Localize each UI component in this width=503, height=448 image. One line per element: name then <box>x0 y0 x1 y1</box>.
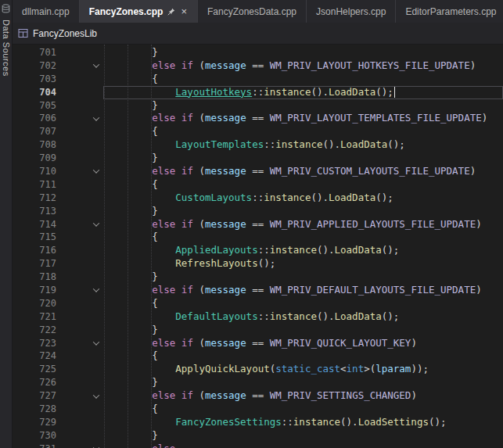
code-line[interactable]: 724 { <box>13 349 503 363</box>
code-line[interactable]: 708 LayoutTemplates::instance().LoadData… <box>13 138 503 152</box>
code-line[interactable]: 723 else if (message == WM_PRIV_QUICK_LA… <box>13 337 503 350</box>
code-line[interactable]: 706 else if (message == WM_PRIV_LAYOUT_T… <box>13 112 503 125</box>
tab-EditorParameters.cpp[interactable]: EditorParameters.cpp <box>396 0 503 23</box>
code-line[interactable]: 702 else if (message == WM_PRIV_LAYOUT_H… <box>13 59 503 73</box>
glyph-margin[interactable] <box>63 138 89 152</box>
glyph-margin[interactable] <box>63 46 89 59</box>
glyph-margin[interactable] <box>63 112 89 125</box>
fold-chevron-icon[interactable] <box>89 284 103 297</box>
glyph-margin[interactable] <box>63 244 89 257</box>
code-line[interactable]: 707 { <box>13 125 503 138</box>
line-number[interactable]: 720 <box>13 297 63 310</box>
glyph-margin[interactable] <box>63 349 89 363</box>
code-text[interactable]: else if (message == WM_PRIV_CUSTOM_LAYOU… <box>103 165 503 178</box>
glyph-margin[interactable] <box>63 165 89 178</box>
code-line[interactable]: 701 } <box>13 46 503 59</box>
code-line[interactable]: 712 CustomLayouts::instance().LoadData()… <box>13 192 503 205</box>
fold-chevron-icon[interactable] <box>89 165 103 178</box>
line-number[interactable]: 718 <box>13 271 63 284</box>
code-line[interactable]: 704 LayoutHotkeys::instance().LoadData()… <box>13 86 503 99</box>
fold-chevron-icon[interactable] <box>89 337 103 350</box>
code-text[interactable]: else if (message == WM_PRIV_DEFAULT_LAYO… <box>103 284 503 297</box>
line-number[interactable]: 719 <box>13 284 63 297</box>
code-line[interactable]: 715 { <box>13 231 503 244</box>
code-text[interactable]: } <box>103 429 503 443</box>
line-number[interactable]: 702 <box>13 59 63 73</box>
line-number[interactable]: 715 <box>13 231 63 244</box>
data-sources-panel-tab[interactable]: Data Sources <box>0 0 13 448</box>
line-number[interactable]: 703 <box>13 73 63 86</box>
code-text[interactable]: RefreshLayouts(); <box>103 257 503 271</box>
code-text[interactable]: } <box>103 271 503 284</box>
code-line[interactable]: 719 else if (message == WM_PRIV_DEFAULT_… <box>13 284 503 297</box>
code-text[interactable]: else <box>103 443 503 448</box>
glyph-margin[interactable] <box>63 231 89 244</box>
code-line[interactable]: 720 { <box>13 297 503 310</box>
code-line[interactable]: 710 else if (message == WM_PRIV_CUSTOM_L… <box>13 165 503 178</box>
code-text[interactable]: else if (message == WM_PRIV_QUICK_LAYOUT… <box>103 337 503 350</box>
code-text[interactable]: ApplyQuickLayout(static_cast<int>(lparam… <box>103 363 503 376</box>
line-number[interactable]: 727 <box>13 389 63 403</box>
line-number[interactable]: 731 <box>13 443 63 448</box>
fold-chevron-icon[interactable] <box>89 218 103 231</box>
code-text[interactable]: { <box>103 178 503 192</box>
code-text[interactable]: AppliedLayouts::instance().LoadData(); <box>103 244 503 257</box>
glyph-margin[interactable] <box>63 443 89 448</box>
glyph-margin[interactable] <box>63 389 89 403</box>
breadcrumb-project[interactable]: FancyZonesLib <box>33 28 97 39</box>
line-number[interactable]: 707 <box>13 125 63 138</box>
fold-chevron-icon[interactable] <box>89 443 103 448</box>
code-text[interactable]: LayoutTemplates::instance().LoadData(); <box>103 138 503 152</box>
line-number[interactable]: 713 <box>13 205 63 218</box>
code-text[interactable]: FancyZonesSettings::instance().LoadSetti… <box>103 416 503 429</box>
code-line[interactable]: 718 } <box>13 271 503 284</box>
code-line[interactable]: 727 else if (message == WM_PRIV_SETTINGS… <box>13 389 503 403</box>
code-text[interactable]: } <box>103 152 503 165</box>
code-line[interactable]: 717 RefreshLayouts(); <box>13 257 503 271</box>
code-line[interactable]: 725 ApplyQuickLayout(static_cast<int>(lp… <box>13 363 503 376</box>
line-number[interactable]: 705 <box>13 99 63 113</box>
code-line[interactable]: 711 { <box>13 178 503 192</box>
code-editor[interactable]: 701 }702 else if (message == WM_PRIV_LAY… <box>13 45 503 448</box>
code-text[interactable]: { <box>103 231 503 244</box>
code-text[interactable]: { <box>103 403 503 416</box>
glyph-margin[interactable] <box>63 429 89 443</box>
line-number[interactable]: 711 <box>13 178 63 192</box>
line-number[interactable]: 730 <box>13 429 63 443</box>
code-text[interactable]: DefaultLayouts::instance().LoadData(); <box>103 310 503 324</box>
line-number[interactable]: 724 <box>13 349 63 363</box>
tab-JsonHelpers.cpp[interactable]: JsonHelpers.cpp <box>307 0 396 23</box>
glyph-margin[interactable] <box>63 310 89 324</box>
fold-chevron-icon[interactable] <box>89 59 103 73</box>
glyph-margin[interactable] <box>63 324 89 337</box>
line-number[interactable]: 701 <box>13 46 63 59</box>
glyph-margin[interactable] <box>63 363 89 376</box>
glyph-margin[interactable] <box>63 271 89 284</box>
code-text[interactable]: } <box>103 376 503 389</box>
line-number[interactable]: 714 <box>13 218 63 231</box>
glyph-margin[interactable] <box>63 284 89 297</box>
glyph-margin[interactable] <box>63 337 89 350</box>
code-text[interactable]: } <box>103 205 503 218</box>
fold-chevron-icon[interactable] <box>89 389 103 403</box>
code-text[interactable]: LayoutHotkeys::instance().LoadData(); <box>103 86 503 99</box>
code-text[interactable]: else if (message == WM_PRIV_LAYOUT_HOTKE… <box>103 59 503 73</box>
code-text[interactable]: } <box>103 99 503 113</box>
code-line[interactable]: 722 } <box>13 324 503 337</box>
line-number[interactable]: 712 <box>13 192 63 205</box>
code-text[interactable]: { <box>103 297 503 310</box>
close-icon[interactable]: × <box>180 6 188 16</box>
glyph-margin[interactable] <box>63 297 89 310</box>
code-text[interactable]: else if (message == WM_PRIV_SETTINGS_CHA… <box>103 389 503 403</box>
code-line[interactable]: 709 } <box>13 152 503 165</box>
glyph-margin[interactable] <box>63 86 89 99</box>
glyph-margin[interactable] <box>63 376 89 389</box>
glyph-margin[interactable] <box>63 73 89 86</box>
line-number[interactable]: 722 <box>13 324 63 337</box>
tab-FancyZonesData.cpp[interactable]: FancyZonesData.cpp <box>198 0 307 23</box>
line-number[interactable]: 716 <box>13 244 63 257</box>
line-number[interactable]: 704 <box>13 86 63 99</box>
line-number[interactable]: 708 <box>13 138 63 152</box>
code-text[interactable]: { <box>103 125 503 138</box>
fold-chevron-icon[interactable] <box>89 112 103 125</box>
